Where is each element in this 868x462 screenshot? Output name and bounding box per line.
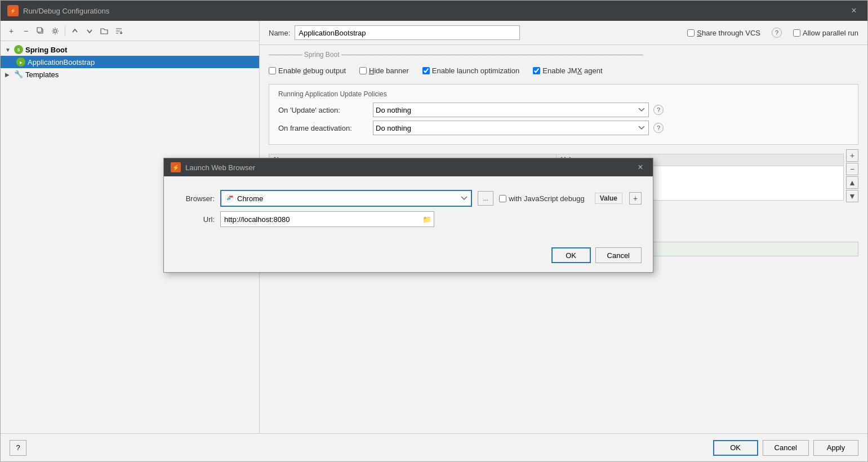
title-bar-left: ⚡ Run/Debug Configurations: [7, 5, 109, 16]
modal-title-text: Launch Web Browser: [185, 163, 255, 172]
value-panel-header: Value: [595, 193, 622, 204]
browser-browse-button[interactable]: ...: [478, 191, 493, 206]
spring-boot-section-header: ─────── Spring Boot ────────────────────…: [269, 51, 858, 59]
title-bar: ⚡ Run/Debug Configurations ×: [1, 1, 867, 21]
toolbar-buttons: + −: [1, 21, 259, 41]
name-input[interactable]: [295, 25, 520, 40]
svg-text:▶: ▶: [20, 61, 23, 64]
app-bootstrap-label: ApplicationBootstrap: [28, 58, 95, 66]
ok-button[interactable]: OK: [713, 440, 758, 456]
copy-button[interactable]: [34, 25, 47, 37]
footer-left: ?: [10, 440, 26, 456]
svg-rect-3: [37, 28, 42, 32]
cancel-button[interactable]: Cancel: [763, 440, 809, 456]
close-icon[interactable]: ×: [847, 4, 861, 17]
js-debug-text: with JavaScript debugg: [509, 194, 584, 203]
dialog-title: Run/Debug Configurations: [23, 7, 109, 15]
folder-button[interactable]: [98, 25, 110, 37]
svg-point-4: [54, 29, 57, 32]
modal-footer: OK Cancel: [164, 241, 653, 272]
help-button[interactable]: ?: [10, 440, 26, 456]
config-button[interactable]: [49, 25, 61, 37]
dialog-footer: ? OK Cancel Apply: [1, 433, 867, 461]
frame-deactivation-select[interactable]: Do nothing: [373, 121, 649, 135]
update-action-select[interactable]: Do nothing: [373, 103, 649, 117]
hide-banner-label[interactable]: Hide banner: [359, 66, 409, 75]
js-debug-label[interactable]: with JavaScript debugg: [499, 194, 584, 203]
value-add-button[interactable]: +: [629, 192, 642, 205]
running-policies: Running Application Update Policies On '…: [269, 84, 858, 145]
modal-title-bar: ⚡ Launch Web Browser ×: [164, 158, 653, 176]
modal-body: Browser: Chrome ... with: [164, 176, 653, 241]
move-down-button[interactable]: [83, 25, 96, 37]
js-debug-checkbox[interactable]: [499, 195, 506, 202]
debug-output-checkbox[interactable]: [269, 67, 276, 74]
templates-arrow: ▶: [5, 72, 12, 78]
modal-close-icon[interactable]: ×: [635, 162, 646, 172]
header-checkboxes: Share through VCS ? Allow parallel run: [687, 28, 858, 38]
templates-label: Templates: [25, 70, 59, 79]
spring-boot-checkboxes: Enable debug output Hide banner Enable l…: [269, 62, 858, 79]
svg-text:⚡: ⚡: [10, 8, 16, 14]
templates-icon: 🔧: [14, 70, 23, 79]
name-label: Name:: [269, 29, 290, 37]
tree-spring-boot[interactable]: ▼ S Spring Boot: [1, 43, 259, 56]
share-vcs-checkbox[interactable]: [687, 29, 695, 37]
env-side-buttons: + − ▲ ▼: [846, 149, 858, 202]
launch-optimization-label[interactable]: Enable launch optimization: [422, 66, 519, 75]
allow-parallel-text: Allow parallel run: [803, 29, 858, 37]
value-panel-label: Value: [600, 194, 617, 202]
url-input-wrapper: 📁: [220, 211, 434, 227]
modal-title-left: ⚡ Launch Web Browser: [171, 162, 255, 172]
frame-deactivation-help[interactable]: ?: [653, 123, 664, 133]
modal-ok-button[interactable]: OK: [551, 247, 591, 263]
browser-label: Browser:: [175, 194, 215, 203]
value-panel-buttons: +: [629, 192, 642, 205]
env-add-button[interactable]: +: [846, 149, 858, 162]
env-up-button[interactable]: ▲: [846, 176, 858, 189]
url-browse-icon[interactable]: 📁: [421, 214, 433, 225]
add-button[interactable]: +: [5, 25, 17, 37]
remove-button[interactable]: −: [20, 25, 32, 37]
env-remove-button[interactable]: −: [846, 163, 858, 175]
svg-text:S: S: [17, 48, 20, 52]
jmx-agent-checkbox[interactable]: [533, 67, 540, 74]
spring-boot-section-label: ─────── Spring Boot ────────────────────…: [269, 51, 643, 59]
debug-output-label[interactable]: Enable debug output: [269, 66, 346, 75]
share-vcs-checkbox-label[interactable]: Share through VCS: [687, 29, 760, 37]
update-action-help[interactable]: ?: [653, 105, 664, 115]
browser-select[interactable]: Chrome: [221, 191, 471, 206]
browser-select-wrapper: Chrome: [220, 190, 472, 207]
allow-parallel-label[interactable]: Allow parallel run: [793, 29, 858, 37]
frame-deactivation-label: On frame deactivation:: [278, 124, 368, 132]
launch-optimization-text: Enable launch optimization: [432, 66, 519, 75]
tree-app-bootstrap[interactable]: ▶ ApplicationBootstrap: [1, 56, 259, 68]
toolbar-divider: [65, 26, 65, 36]
spring-boot-arrow: ▼: [5, 47, 12, 53]
apply-button[interactable]: Apply: [813, 440, 858, 456]
url-input[interactable]: [221, 212, 434, 226]
url-row: Url: 📁: [175, 211, 642, 227]
allow-parallel-checkbox[interactable]: [793, 29, 800, 37]
launch-optimization-checkbox[interactable]: [422, 67, 430, 74]
update-action-label: On 'Update' action:: [278, 106, 368, 114]
modal-cancel-button[interactable]: Cancel: [595, 247, 642, 263]
update-action-row: On 'Update' action: Do nothing ?: [278, 103, 849, 117]
env-down-button[interactable]: ▼: [846, 190, 858, 202]
jmx-agent-label[interactable]: Enable JMX agent: [533, 66, 602, 75]
jmx-agent-text: Enable JMX agent: [542, 66, 602, 75]
footer-right: OK Cancel Apply: [713, 440, 858, 456]
move-up-button[interactable]: [69, 25, 81, 37]
app-icon: ⚡: [7, 5, 19, 16]
sort-button[interactable]: [113, 25, 125, 37]
share-vcs-label: Share through VCS: [697, 29, 760, 37]
policy-title: Running Application Update Policies: [278, 90, 849, 98]
url-label: Url:: [175, 215, 215, 224]
help-icon-share[interactable]: ?: [772, 28, 782, 38]
frame-deactivation-row: On frame deactivation: Do nothing ?: [278, 121, 849, 135]
tree-templates[interactable]: ▶ 🔧 Templates: [1, 68, 259, 81]
debug-output-text: Enable debug output: [278, 66, 346, 75]
hide-banner-checkbox[interactable]: [359, 67, 367, 74]
name-row: Name: Share through VCS ? Allow parallel…: [260, 21, 867, 45]
hide-banner-text: Hide banner: [369, 66, 409, 75]
